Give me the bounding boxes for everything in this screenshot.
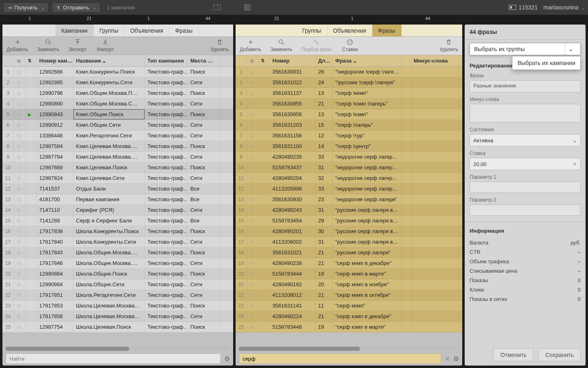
table-row[interactable]: 4☆12990890Кэмп.Общие.Москва.С…Текстово-г… [2,99,233,109]
export-button[interactable]: Экспорт [68,38,87,52]
col-star[interactable]: ★ [14,55,25,66]
table-row[interactable]: 11☆12987824Кэмп.Целевая.СетиТекстово-гра… [2,173,233,184]
param1-field[interactable] [470,182,581,193]
phrase-field[interactable]: Разные значения [470,80,581,92]
col-minus[interactable]: Минус-слова [411,55,459,66]
table-row[interactable]: 21☆428049019220"серф кемп в ноябре" [236,279,462,290]
bid-field[interactable]: 20.00✕ [470,158,581,170]
tab-groups[interactable]: Группы [296,25,327,36]
star-icon[interactable]: ☆ [14,247,25,258]
table-row[interactable]: 2☆12992985Кэмп.Конкуренты.СетиТекстово-г… [2,77,233,88]
col-status[interactable]: ⇅ [25,55,37,66]
save-button[interactable]: Сохранить [538,348,581,361]
table-row[interactable]: 6☆12990912Кэмп.Общие.СетиТекстово-граф…С… [2,120,233,130]
table-row[interactable]: 1☆356163093126"!недорогие !серф !лаге… [236,67,462,77]
tab-phrases[interactable]: Фразы [169,25,199,36]
table-row[interactable]: 10☆12987669Кэмп.Целевая.ПоискТекстово-гр… [2,162,233,173]
star-icon[interactable]: ☆ [14,162,25,173]
col-name[interactable]: Название [74,55,145,66]
table-row[interactable]: 7☆356163115612"!серф !тур" [236,130,462,141]
table-row[interactable]: 17☆17917840Школа.Конкуренты.СетиТекстово… [2,237,233,247]
star-icon[interactable]: ☆ [247,279,258,289]
table-row[interactable]: 13☆4181700Первая кампанияТекстово-граф…В… [2,194,233,205]
star-icon[interactable]: ☆ [247,130,258,141]
table-row[interactable]: 3☆356163113713"!серф !кемп" [236,88,462,99]
star-icon[interactable]: ☆ [247,162,258,173]
star-icon[interactable]: ☆ [14,109,25,119]
star-icon[interactable]: ☆ [14,120,25,130]
col-status[interactable]: ⇅ [258,55,270,66]
table-row[interactable]: 8☆12987584Кэмп.Целевая.Москва.…Текстово-… [2,141,233,152]
col-place[interactable]: Места … [188,55,220,66]
star-icon[interactable]: ☆ [14,269,25,279]
search-input[interactable] [6,353,221,364]
table-row[interactable]: 4☆356163095521"!серф !кэмп !лагерь" [236,99,462,109]
clear-icon[interactable]: ✕ [445,355,450,363]
left-hscroll[interactable] [6,347,230,351]
star-icon[interactable]: ☆ [14,215,25,226]
star-icon[interactable]: ☆ [247,88,258,98]
star-icon[interactable]: ☆ [247,77,258,88]
table-row[interactable]: 12☆7141537Отдых БалиТекстово-граф…Все [2,184,233,194]
table-row[interactable]: 13☆356163093023"недорогие серф лагеря" [236,194,462,205]
table-row[interactable]: 9☆428049023533"недорогие серф лагер… [236,152,462,162]
minus-field[interactable] [470,104,581,123]
search-input[interactable] [239,353,441,364]
table-row[interactable]: 6☆356163120315"!серф !лагерь" [236,120,462,130]
table-row[interactable]: 19☆428049023821"серф кемп в декабре" [236,258,462,269]
tab-phrases[interactable]: Фразы [372,25,402,36]
replace-button[interactable]: Заменить [270,38,292,52]
bids-button[interactable]: Ставки [341,38,359,52]
table-row[interactable]: 16☆17917838Школа.Конкуренты.ПоискТекстов… [2,226,233,237]
select-dropdown-item[interactable]: Выбрать их кампании [512,56,581,70]
table-row[interactable]: 24☆428049022421"серф кэмп в декабре" [236,311,462,322]
table-row[interactable]: 11☆428049020432"недорогие серф лагер… [236,173,462,184]
star-icon[interactable]: ☆ [14,77,25,88]
table-row[interactable]: 25☆12987754Школа.Целевая.ПоискТекстово-г… [2,322,233,332]
table-row[interactable]: 15☆7141288Серф и Серфинг БалиТекстово-гр… [2,215,233,226]
star-icon[interactable]: ☆ [14,184,25,194]
table-row[interactable]: 3☆12990796Кэмп.Общие.Москва.П…Текстово-г… [2,88,233,99]
star-icon[interactable]: ☆ [247,120,258,130]
add-button[interactable]: Добавить [240,38,261,52]
col-length[interactable]: Дл… [316,55,333,66]
mid-grid[interactable]: 1☆356163093126"!недорогие !серф !лаге…2☆… [236,67,462,347]
star-icon[interactable]: ☆ [14,226,25,236]
cancel-button[interactable]: Отменить [493,348,533,361]
col-number[interactable]: Номер [270,55,316,66]
star-icon[interactable]: ☆ [14,322,25,332]
import-button[interactable]: Импорт [96,38,115,52]
send-button[interactable]: ↗ Отправить ⌄ [52,2,100,13]
table-row[interactable]: 25☆515878344819"серф кэмп в марте" [236,322,462,332]
param2-field[interactable] [470,204,581,216]
mid-hscroll[interactable] [239,347,459,351]
tab-ads[interactable]: Объявления [125,25,169,36]
col-index[interactable] [236,55,247,66]
table-row[interactable]: 23☆17917853Школа.Целевая.Москва…Текстово… [2,301,233,311]
star-icon[interactable]: ☆ [247,311,258,321]
star-icon[interactable]: ☆ [247,109,258,119]
col-index[interactable] [2,55,14,66]
star-icon[interactable]: ☆ [14,141,25,151]
left-grid[interactable]: 1☆12992666Кэмп.Конкуренты.ПоискТекстово-… [2,67,233,347]
star-icon[interactable]: ☆ [247,184,258,194]
star-icon[interactable]: ☆ [247,301,258,311]
gear-icon[interactable]: ⚙ [224,355,230,363]
table-row[interactable]: 14☆428049024331"русские серф лагеря в… [236,205,462,215]
table-row[interactable]: 16☆428049020130"русские серф лагеря в… [236,226,462,237]
star-icon[interactable]: ☆ [247,194,258,204]
star-icon[interactable]: ☆ [14,67,25,77]
tab-campaigns[interactable]: Кампании [56,25,94,36]
col-phrase[interactable]: Фраза [333,55,402,66]
col-star[interactable]: ★ [247,55,258,66]
col-type[interactable]: Тип кампании [145,55,188,66]
replace-button[interactable]: Заменить [37,38,59,52]
table-row[interactable]: 17☆411320600231"русские серф лагеря в… [236,237,462,247]
star-icon[interactable]: ☆ [14,130,25,141]
star-icon[interactable]: ☆ [247,141,258,151]
receive-button[interactable]: ↘ Получить ⌄ [3,2,49,13]
star-icon[interactable]: ☆ [247,226,258,236]
star-icon[interactable]: ☆ [247,237,258,247]
table-row[interactable]: 18☆17917843Школа.Общие.Москва.…Текстово-… [2,247,233,258]
table-row[interactable]: 5☆▶12990843Кэмп.Общие.ПоискТекстово-граф… [2,109,233,120]
